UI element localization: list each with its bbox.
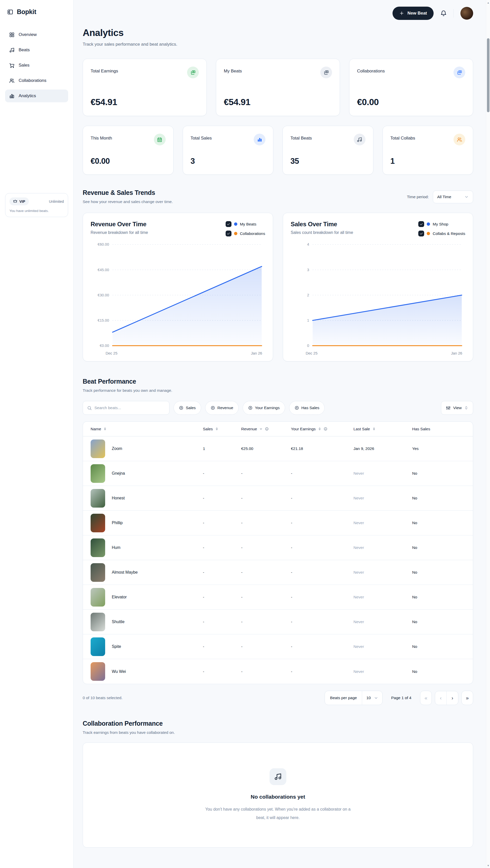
- charts-row: Revenue Over Time Revenue breakdown for …: [83, 213, 473, 362]
- sidebar-item-label: Analytics: [19, 93, 36, 98]
- music-icon: [9, 48, 15, 53]
- view-button[interactable]: View: [441, 401, 473, 415]
- per-page-select[interactable]: 10: [362, 691, 382, 705]
- sort-icon: [103, 427, 107, 431]
- beat-row-spite[interactable]: Spite---NeverNo: [83, 634, 473, 659]
- sidebar-item-collaborations[interactable]: Collaborations: [5, 74, 68, 87]
- column-header-revenue[interactable]: Revenue: [241, 427, 291, 431]
- stat-value: 1: [391, 157, 465, 166]
- legend-toggle-my-beats[interactable]: My Beats: [226, 221, 265, 227]
- beat-performance-subtitle: Track performance for beats you own and …: [83, 388, 172, 393]
- last-page-button[interactable]: »: [461, 691, 473, 705]
- beat-row-zoom[interactable]: Zoom1€25.00€21.18Jan 9, 2026Yes: [83, 436, 473, 461]
- svg-text:1: 1: [307, 318, 309, 322]
- stat-label: My Beats: [224, 67, 242, 74]
- sidebar-item-label: Beats: [19, 48, 30, 53]
- beat-last-sale: Never: [353, 545, 412, 550]
- sidebar-nav: OverviewBeatsSalesCollaborationsAnalytic…: [5, 28, 68, 102]
- filter-revenue[interactable]: Revenue: [205, 401, 239, 415]
- checkbox-checked-icon[interactable]: [418, 221, 424, 227]
- beat-sales: -: [203, 669, 241, 674]
- svg-text:€15.00: €15.00: [98, 318, 109, 322]
- beat-search[interactable]: [83, 401, 169, 415]
- first-page-button[interactable]: «: [420, 691, 432, 705]
- scrollbar-up-arrow-icon[interactable]: ▲: [486, 1, 490, 5]
- beat-row-elevator[interactable]: Elevator---NeverNo: [83, 585, 473, 610]
- sidebar-toggle-icon[interactable]: [7, 9, 13, 15]
- sidebar-item-sales[interactable]: Sales: [5, 59, 68, 72]
- legend-label: Collabs & Reposts: [433, 231, 465, 236]
- crown-icon: [13, 199, 17, 204]
- legend-toggle-my-shop[interactable]: My Shop: [418, 221, 465, 227]
- user-avatar[interactable]: [460, 7, 473, 20]
- info-icon[interactable]: [324, 427, 327, 431]
- beat-artwork: [91, 588, 105, 607]
- beat-revenue: -: [241, 620, 291, 624]
- filter-has-sales[interactable]: Has Sales: [289, 401, 325, 415]
- primary-stat-cards: Total Earnings€54.91My Beats€54.91Collab…: [83, 59, 473, 116]
- notifications-button[interactable]: [440, 10, 447, 17]
- chart-title: Revenue Over Time: [91, 221, 148, 228]
- sidebar-item-beats[interactable]: Beats: [5, 43, 68, 56]
- beat-has-sales: No: [412, 471, 465, 476]
- beat-row-almost-maybe[interactable]: Almost Maybe---NeverNo: [83, 560, 473, 585]
- checkbox-checked-icon[interactable]: [226, 221, 231, 227]
- plus-circle-icon: [210, 406, 215, 410]
- checkbox-checked-icon[interactable]: [418, 230, 424, 237]
- page-scrollbar[interactable]: ▲ ▼: [486, 0, 490, 868]
- scrollbar-down-arrow-icon[interactable]: ▼: [486, 863, 490, 867]
- revenue-over-time-chart: €0.00€15.00€30.00€45.00€60.00Dec 25Jan 2…: [91, 240, 265, 357]
- beat-row-phillip[interactable]: Phillip---NeverNo: [83, 510, 473, 535]
- scrollbar-thumb[interactable]: [487, 38, 489, 112]
- beat-earnings: -: [291, 669, 353, 674]
- search-input[interactable]: [94, 406, 165, 410]
- beat-sales: -: [203, 570, 241, 575]
- collab-performance-header: Collaboration Performance Track earnings…: [83, 720, 473, 735]
- beat-row-hum[interactable]: Hum---NeverNo: [83, 535, 473, 560]
- svg-text:€0.00: €0.00: [100, 344, 109, 348]
- time-period-select[interactable]: All Time: [433, 190, 473, 203]
- sidebar-item-analytics[interactable]: Analytics: [5, 90, 68, 102]
- beat-sales: -: [203, 644, 241, 649]
- new-beat-button[interactable]: New Beat: [393, 7, 434, 20]
- info-icon[interactable]: [265, 427, 269, 431]
- bell-icon: [440, 10, 447, 17]
- stat-value: 35: [290, 157, 366, 166]
- next-page-button[interactable]: ›: [446, 691, 458, 705]
- revenue-over-time-card: Revenue Over Time Revenue breakdown for …: [83, 213, 273, 362]
- legend-toggle-collabs-reposts[interactable]: Collabs & Reposts: [418, 230, 465, 237]
- beat-row-honest[interactable]: Honest---NeverNo: [83, 486, 473, 510]
- legend-toggle-collaborations[interactable]: Collaborations: [226, 230, 265, 237]
- sales-over-time-chart: 01234Dec 25Jan 26: [291, 240, 465, 357]
- beat-row-shuttle[interactable]: Shuttle---NeverNo: [83, 610, 473, 634]
- column-header-your-earnings[interactable]: Your Earnings: [291, 427, 353, 431]
- filter-sales[interactable]: Sales: [174, 401, 201, 415]
- svg-text:2: 2: [307, 293, 309, 297]
- svg-text:€60.00: €60.00: [98, 242, 109, 246]
- beat-earnings: -: [291, 545, 353, 550]
- series-color-dot: [234, 232, 237, 235]
- bar-chart-solid-icon: [254, 134, 265, 145]
- previous-page-button[interactable]: ‹: [435, 691, 446, 705]
- beat-revenue: €25.00: [241, 446, 291, 451]
- beat-last-sale: Never: [353, 570, 412, 575]
- beat-row-gnejna[interactable]: Gnejna---NeverNo: [83, 461, 473, 486]
- beat-has-sales: Yes: [412, 446, 465, 451]
- beat-row-wu-wei[interactable]: Wu Wei---NeverNo: [83, 659, 473, 684]
- beat-artwork: [91, 489, 105, 507]
- column-header-sales[interactable]: Sales: [203, 427, 241, 431]
- column-header-last-sale[interactable]: Last Sale: [353, 427, 412, 431]
- column-header-name[interactable]: Name: [91, 427, 203, 431]
- secondary-stat-cards: This Month€0.00Total Sales3Total Beats35…: [83, 126, 473, 175]
- beat-last-sale: Never: [353, 669, 412, 674]
- table-header-row: NameSalesRevenueYour EarningsLast SaleHa…: [83, 422, 473, 436]
- checkbox-checked-icon[interactable]: [226, 230, 231, 237]
- collab-performance-title: Collaboration Performance: [83, 720, 175, 727]
- stat-card-total-beats: Total Beats35: [283, 126, 373, 175]
- sidebar-item-overview[interactable]: Overview: [5, 28, 68, 41]
- filter-your-earnings[interactable]: Your Earnings: [243, 401, 285, 415]
- beat-artwork: [91, 662, 105, 681]
- stat-card-total-earnings: Total Earnings€54.91: [83, 59, 207, 116]
- empty-state-body: You don't have any collaborations yet. W…: [201, 805, 354, 822]
- beat-sales: -: [203, 620, 241, 624]
